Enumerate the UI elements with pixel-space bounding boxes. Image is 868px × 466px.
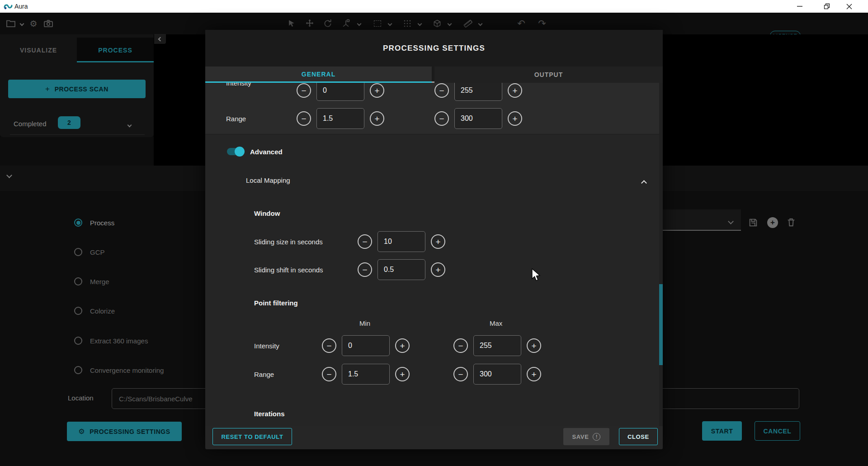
collapse-chevron-up-icon [642, 179, 646, 187]
intensity-min-stepper: − 0 + [297, 83, 384, 101]
warning-circle-icon: ! [593, 433, 600, 441]
increment-button[interactable]: + [431, 234, 445, 249]
sliding-shift-label: Sliding shift in seconds [254, 266, 323, 274]
modal-tab-output[interactable]: OUTPUT [434, 67, 663, 83]
sliding-size-label: Sliding size in seconds [254, 238, 323, 246]
decrement-button[interactable]: − [434, 111, 449, 126]
increment-button[interactable]: + [395, 338, 410, 353]
increment-button[interactable]: + [527, 367, 541, 381]
modal-scroll-area: Intensity − 0 + − 255 + Range − 1.5 [205, 83, 663, 426]
iterations-section-title: Iterations [254, 410, 285, 418]
save-button[interactable]: SAVE ! [563, 428, 609, 445]
reset-to-default-button[interactable]: RESET TO DEFAULT [212, 428, 292, 445]
intensity-min-input[interactable]: 0 [316, 83, 364, 101]
minimize-button[interactable] [791, 0, 809, 13]
min-column-header: Min [359, 319, 370, 327]
intensity-max-input[interactable]: 255 [454, 83, 502, 101]
close-window-button[interactable] [840, 0, 858, 13]
aura-app-window: Aura ⚙ [0, 0, 868, 466]
pf-intensity-max-stepper: − 255 + [453, 335, 541, 356]
pf-intensity-label: Intensity [254, 342, 279, 350]
pf-intensity-min-stepper: − 0 + [322, 335, 410, 356]
decrement-button[interactable]: − [453, 367, 468, 381]
decrement-button[interactable]: − [358, 234, 372, 249]
sliding-shift-input[interactable]: 0.5 [377, 259, 425, 280]
point-filtering-section-title: Point filtering [254, 299, 298, 307]
stepper-row-intensity-top: − 0 + − 255 + [205, 83, 659, 101]
stepper-row-pf-intensity: Intensity − 0 + − 255 + [205, 335, 659, 356]
pf-intensity-max-input[interactable]: 255 [473, 335, 521, 356]
range-min-stepper: − 1.5 + [297, 108, 384, 129]
increment-button[interactable]: + [508, 83, 522, 98]
pf-range-max-input[interactable]: 300 [473, 364, 521, 385]
modal-header: PROCESSING SETTINGS [205, 30, 663, 67]
restore-window-button[interactable] [818, 0, 836, 13]
close-button[interactable]: CLOSE [619, 428, 658, 445]
range-min-input[interactable]: 1.5 [316, 108, 364, 129]
range-max-input[interactable]: 300 [454, 108, 502, 129]
stepper-row-range-top: Range − 1.5 + − 300 + [205, 108, 659, 129]
pf-range-max-stepper: − 300 + [453, 364, 541, 385]
decrement-button[interactable]: − [322, 367, 336, 381]
decrement-button[interactable]: − [322, 338, 336, 353]
decrement-button[interactable]: − [297, 111, 311, 126]
increment-button[interactable]: + [370, 83, 384, 98]
decrement-button[interactable]: − [358, 262, 372, 277]
increment-button[interactable]: + [395, 367, 410, 381]
pf-range-label: Range [254, 371, 274, 378]
toggle-knob [235, 147, 245, 157]
decrement-button[interactable]: − [297, 83, 311, 98]
advanced-label: Advanced [250, 148, 283, 156]
intensity-max-stepper: − 255 + [434, 83, 522, 101]
processing-settings-modal: PROCESSING SETTINGS GENERAL OUTPUT Inten… [205, 30, 663, 449]
decrement-button[interactable]: − [453, 338, 468, 353]
stepper-row-sliding-size: Sliding size in seconds − 10 + [205, 231, 659, 252]
scrollbar-thumb[interactable] [659, 284, 663, 365]
modal-footer: RESET TO DEFAULT SAVE ! CLOSE [205, 426, 663, 449]
local-mapping-title: Local Mapping [246, 176, 290, 184]
decrement-button[interactable]: − [434, 83, 449, 98]
app-title: Aura [14, 3, 28, 10]
pf-range-min-stepper: − 1.5 + [322, 364, 410, 385]
titlebar: Aura [0, 0, 868, 13]
modal-scrollbar[interactable] [659, 83, 663, 426]
stepper-row-pf-range: Range − 1.5 + − 300 + [205, 364, 659, 385]
max-column-header: Max [490, 319, 502, 327]
sliding-shift-stepper: − 0.5 + [358, 259, 445, 280]
increment-button[interactable]: + [527, 338, 541, 353]
stepper-row-sliding-shift: Sliding shift in seconds − 0.5 + [205, 259, 659, 280]
modal-tab-general[interactable]: GENERAL [205, 67, 432, 83]
advanced-toggle[interactable] [227, 148, 243, 155]
sliding-size-input[interactable]: 10 [377, 231, 425, 252]
modal-title: PROCESSING SETTINGS [383, 44, 485, 53]
increment-button[interactable]: + [508, 111, 522, 126]
local-mapping-header[interactable]: Local Mapping [205, 171, 659, 190]
pf-intensity-min-input[interactable]: 0 [342, 335, 390, 356]
range-max-stepper: − 300 + [434, 108, 522, 129]
pf-range-min-input[interactable]: 1.5 [342, 364, 390, 385]
sliding-size-stepper: − 10 + [358, 231, 445, 252]
window-section-title: Window [254, 209, 280, 217]
increment-button[interactable]: + [370, 111, 384, 126]
increment-button[interactable]: + [431, 262, 445, 277]
aura-logo-icon [4, 2, 13, 13]
range-label: Range [226, 115, 246, 123]
